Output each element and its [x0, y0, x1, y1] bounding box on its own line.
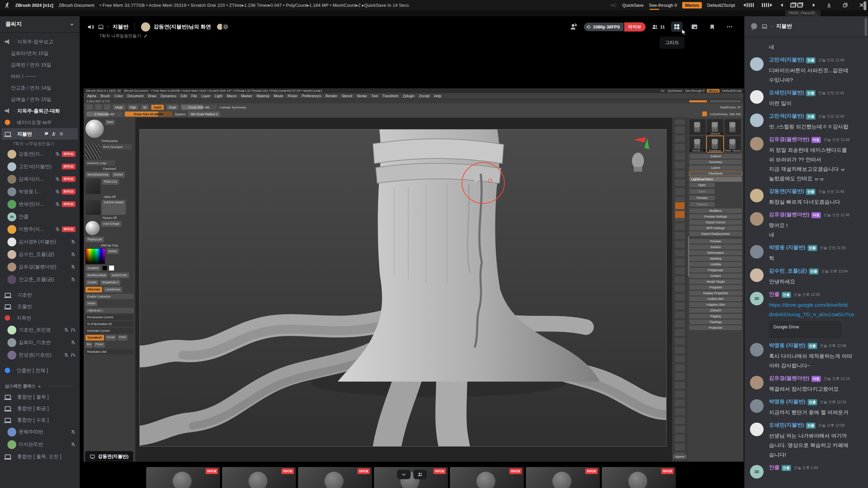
stream-thumbnail[interactable]: 라이브 [450, 467, 524, 488]
zbrush-shelf-item[interactable]: SubTool Master [102, 200, 126, 215]
avatar[interactable] [750, 268, 764, 282]
sidebar-item[interactable]: 고민석(지블반) 라이브 [1, 160, 78, 173]
tool-thumbnail[interactable]: SimpleBrush [707, 136, 723, 152]
zbrush-shelf-item[interactable]: % of decimation 20 [85, 321, 134, 327]
stream-quality-pill[interactable]: 1080p 30FPS 라이브 [584, 22, 646, 32]
bookmark-button[interactable] [706, 22, 718, 32]
zbrush-shelf-item[interactable]: Blur [85, 342, 93, 348]
channel-action-icons[interactable] [44, 131, 64, 136]
avatar[interactable] [750, 212, 764, 226]
zbrush-shelf-item[interactable]: Groups [105, 335, 117, 341]
zbrush-shelf-item[interactable]: Project [94, 342, 104, 348]
sidebar-item[interactable]: 안교춘_포폴(금) [1, 273, 78, 286]
sidebar-item[interactable]: 김수민_포폴(금) [1, 248, 78, 261]
stream-thumbnail[interactable]: 라이브 [222, 467, 296, 488]
palette-dock-left-icon[interactable] [781, 3, 783, 7]
zbrush-shelf-item[interactable] [85, 248, 105, 264]
rgb-toggle[interactable]: Rgb [128, 105, 138, 110]
avatar[interactable] [750, 399, 764, 413]
zbrush-shelf-item[interactable]: Polish [118, 335, 127, 341]
zbrush-menu-item[interactable]: Draw [148, 94, 156, 98]
palette-row[interactable]: Geometry [689, 160, 742, 164]
zbrush-shelf-item[interactable]: ReplayLast [85, 237, 104, 242]
sidebar-item[interactable]: · 지블반 [1, 128, 78, 140]
chat-bubble-icon[interactable] [44, 131, 49, 136]
stream-thumbnail[interactable]: 라이브 [146, 467, 220, 488]
avatar[interactable] [750, 90, 764, 104]
message-author[interactable]: 고민석(지블반) [769, 56, 804, 63]
zbrush-quicksave[interactable]: QuickSave [668, 89, 683, 93]
zbrush-zscript[interactable]: DefaultZScript [722, 89, 742, 93]
avatar[interactable]: 3D [750, 465, 764, 479]
tray-divider-right-icon[interactable] [762, 3, 772, 7]
zbrush-shelf-item[interactable]: Best [105, 120, 115, 125]
zbrush-shelf-item[interactable]: Texture Off [85, 216, 134, 220]
zbrush-shelf-item[interactable] [85, 200, 100, 215]
sidebar-item[interactable]: 안교춘 / 연차 14일 [1, 82, 78, 94]
zbrush-shelf-item[interactable] [85, 144, 100, 159]
sidebar-item[interactable]: 김유경(블렌더반) [1, 261, 78, 273]
minimize-button[interactable] [827, 3, 831, 7]
stream-thumbnail[interactable]: 라이브 [298, 467, 372, 488]
sidebar-item[interactable]: 김예린 / 연차 15일 [1, 59, 78, 70]
zbrush-shelf-item[interactable] [85, 120, 104, 138]
message-link[interactable]: https://drive.google.com/drive/fold [769, 300, 868, 310]
panel-scrollbar[interactable] [688, 236, 689, 277]
palette-row[interactable]: Morph Target [689, 279, 742, 284]
add-person-icon[interactable] [52, 131, 56, 136]
palette-row[interactable]: Subtool [689, 154, 742, 159]
zbrush-shelf-item[interactable]: SwitchColor [110, 272, 129, 278]
sidebar-item[interactable]: · 통합반 [ 수토 ] [1, 414, 78, 426]
sidebar-item[interactable]: 변재연(지... 라이브 [1, 198, 78, 210]
palette-row[interactable]: Polypaint [689, 285, 742, 290]
zbrush-shelf-item[interactable]: Resolution 256 [85, 349, 134, 354]
bypass-toggle[interactable]: Bypass [175, 112, 185, 116]
avatar[interactable] [750, 114, 764, 127]
zbrush-shelf-item[interactable]: LazyMouse [103, 287, 122, 292]
host-scrollbar-thumb[interactable] [864, 1, 866, 10]
sidebar-item[interactable]: · 지옥반 [1, 312, 78, 324]
zbrush-menu-item[interactable]: Material [257, 94, 269, 98]
message-author[interactable]: 김수민_포폴(금) [769, 267, 807, 274]
sidebar-item[interactable]: 길희라_기초반 [1, 336, 78, 349]
chat-scrollbar-thumb[interactable] [865, 18, 867, 36]
append-button[interactable]: Append [673, 454, 687, 459]
palette-row[interactable]: Polygroups [689, 268, 742, 272]
zbrush-shelf-item[interactable]: Thick 0.02 [102, 179, 119, 185]
palette-row[interactable]: Masking [689, 256, 742, 261]
zbrush-shelf-item[interactable] [85, 221, 100, 235]
message-author[interactable]: 오세민(지블반) [769, 422, 804, 429]
palette-row[interactable]: Export Curves [689, 220, 742, 225]
sidebar-item[interactable]: 김서영B (지블반) [1, 236, 78, 248]
palette-row[interactable]: Topology [689, 320, 742, 324]
pencil-icon[interactable] [143, 34, 148, 38]
message-author[interactable]: 김유경(블렌더반) [769, 211, 809, 218]
sidebar-item[interactable]: · 쉐이더요청-ta우 [1, 117, 78, 128]
zbrush-shelf-item[interactable]: BackfaceMask [85, 272, 108, 278]
palette-row[interactable]: Export Displacement [689, 231, 742, 236]
palette-row[interactable]: Preview [689, 196, 715, 200]
avatar[interactable]: 3D [750, 292, 764, 305]
sidebar-item[interactable]: 문혜주/D반 [1, 426, 78, 438]
zbrush-shelf-item[interactable]: AdjustLast 1 [85, 308, 134, 313]
tool-thumbnail[interactable]: Plane3D_1 [689, 136, 706, 152]
message-author[interactable]: 안콜 [769, 291, 780, 298]
sidebar-item[interactable]: 이지은/C반 [1, 438, 78, 451]
sidebar-item[interactable]: 강동연(지... 라이브 [1, 148, 78, 160]
collapse-strip-button[interactable] [397, 470, 411, 479]
zbrush-menu-item[interactable]: Help [434, 94, 441, 98]
zbrush-shelf-item[interactable]: TrimDynamic [85, 139, 134, 143]
message-author[interactable]: 고민석(지블반) [769, 113, 804, 120]
avatar[interactable] [750, 245, 764, 259]
zbrush-shelf-item[interactable] [109, 265, 114, 271]
palette-row[interactable]: Projection [689, 325, 742, 330]
zbrush-menu-item[interactable]: Movie [274, 94, 283, 98]
zbrush-shelf-item[interactable]: FreeHand [85, 167, 134, 170]
zbrush-menu-item[interactable]: Edit [181, 94, 187, 98]
zbrush-shelf-item[interactable] [102, 265, 107, 271]
zbrush-menu-item[interactable]: Preferences [302, 94, 321, 98]
zbrush-menu-item[interactable]: Layer [201, 94, 210, 98]
palette-row[interactable]: Display Properties [689, 291, 742, 296]
zbrush-menus-button[interactable]: Menus [707, 89, 719, 93]
zbrush-shelf-item[interactable]: OrbStretch_Edge [85, 160, 115, 166]
